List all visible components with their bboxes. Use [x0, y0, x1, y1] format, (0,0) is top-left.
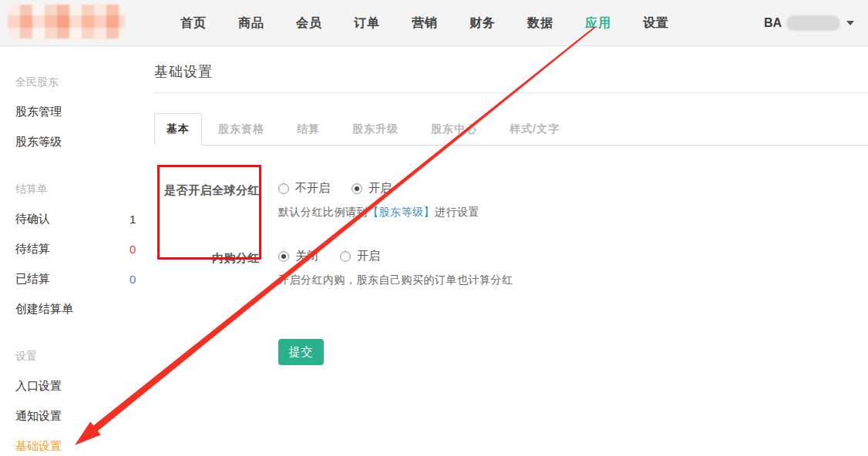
tab-style-text[interactable]: 样式/文字	[493, 113, 576, 145]
radio-option-not-enable[interactable]: 不开启	[278, 181, 330, 196]
field-label: 是否开启全球分红	[154, 181, 260, 220]
radio-option-open[interactable]: 开启	[340, 249, 380, 263]
chevron-down-icon	[846, 21, 854, 25]
nav-item-home[interactable]: 首页	[180, 15, 207, 32]
sidebar-section-shareholders: 全民股东	[15, 67, 146, 97]
sidebar-item-settled[interactable]: 已结算 0	[15, 264, 146, 294]
nav-item-apps[interactable]: 应用	[585, 15, 611, 32]
shareholder-level-link[interactable]: 【股东等级】	[368, 206, 435, 218]
radio-option-close[interactable]: 关闭	[278, 249, 318, 263]
radio-icon[interactable]	[340, 251, 351, 262]
account-menu[interactable]: BA	[764, 0, 854, 46]
tab-center[interactable]: 股东中心	[415, 113, 493, 145]
sidebar-item-notify-settings[interactable]: 通知设置	[15, 401, 146, 431]
nav-item-orders[interactable]: 订单	[354, 15, 380, 32]
tab-settlement[interactable]: 结算	[281, 113, 336, 145]
sidebar-item-pending-settle[interactable]: 待结算 0	[15, 234, 146, 264]
nav-item-data[interactable]: 数据	[527, 15, 553, 32]
blurred-username	[786, 15, 840, 31]
main-content: 基础设置 基本 股东资格 结算 股东升级 股东中心 样式/文字 是否开启全球分红…	[154, 47, 868, 456]
sidebar: 全民股东 股东管理 股东等级 结算单 待确认 1 待结算 0 已结算 0 创建结…	[0, 47, 146, 456]
nav-item-goods[interactable]: 商品	[238, 15, 264, 32]
nav-item-settings[interactable]: 设置	[643, 15, 669, 32]
sidebar-item-create-settlement[interactable]: 创建结算单	[15, 294, 146, 324]
sidebar-item-basic-settings[interactable]: 基础设置	[15, 431, 146, 456]
help-text: 开启分红内购，股东自己购买的订单也计算分红	[278, 273, 513, 287]
tab-basic[interactable]: 基本	[154, 113, 202, 146]
sidebar-section-settlement: 结算单	[15, 174, 146, 204]
blurred-logo[interactable]	[8, 5, 125, 39]
account-name: BA	[764, 16, 782, 30]
field-label: 内购分红	[154, 249, 260, 287]
form-row-internal-dividend: 内购分红 关闭 开启 开启分红内购，股东自己购买的订单也计算分红	[154, 249, 868, 287]
sidebar-item-shareholder-manage[interactable]: 股东管理	[15, 97, 146, 127]
count-badge: 0	[130, 243, 136, 256]
top-navigation: 首页 商品 会员 订单 营销 财务 数据 应用 设置	[180, 0, 669, 46]
sidebar-item-pending-confirm[interactable]: 待确认 1	[15, 204, 146, 234]
nav-item-finance[interactable]: 财务	[469, 15, 496, 32]
radio-option-enable[interactable]: 开启	[352, 181, 392, 196]
submit-button[interactable]: 提交	[278, 339, 324, 365]
tab-bar: 基本 股东资格 结算 股东升级 股东中心 样式/文字	[154, 113, 868, 146]
radio-checked-icon[interactable]	[352, 183, 362, 194]
page-title: 基础设置	[154, 47, 868, 81]
tab-qualification[interactable]: 股东资格	[202, 113, 281, 145]
form-row-global-dividend: 是否开启全球分红 不开启 开启 默认分红比例请到【股东等级】进行设置	[154, 181, 868, 220]
sidebar-item-shareholder-level[interactable]: 股东等级	[15, 127, 146, 157]
title-divider	[154, 92, 868, 93]
help-text: 默认分红比例请到【股东等级】进行设置	[278, 206, 479, 220]
radio-icon[interactable]	[278, 183, 289, 194]
nav-item-members[interactable]: 会员	[296, 15, 322, 32]
nav-item-marketing[interactable]: 营销	[412, 15, 438, 32]
sidebar-item-entry-settings[interactable]: 入口设置	[15, 371, 146, 401]
tab-upgrade[interactable]: 股东升级	[336, 113, 415, 145]
radio-checked-icon[interactable]	[278, 251, 289, 262]
count-badge: 0	[130, 273, 136, 286]
settings-form: 是否开启全球分红 不开启 开启 默认分红比例请到【股东等级】进行设置	[154, 181, 868, 365]
sidebar-section-settings: 设置	[15, 341, 146, 371]
top-bar: 首页 商品 会员 订单 营销 财务 数据 应用 设置 BA	[0, 0, 868, 46]
count-badge: 1	[130, 213, 136, 226]
